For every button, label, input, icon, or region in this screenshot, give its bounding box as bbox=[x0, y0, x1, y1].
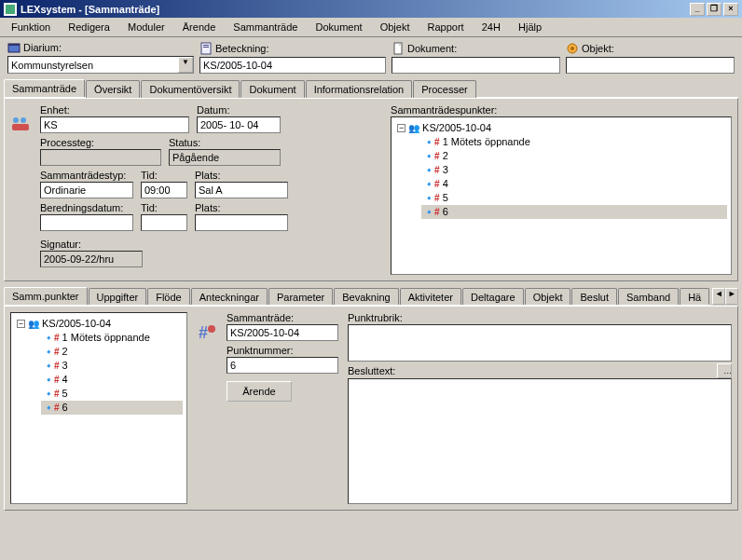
window-title: LEXsystem - [Sammanträde] bbox=[21, 4, 690, 15]
tree-item[interactable]: 🔹#3 bbox=[41, 359, 183, 373]
menu-moduler[interactable]: Moduler bbox=[120, 20, 172, 34]
enhet-input[interactable] bbox=[40, 116, 189, 133]
punktnummer-input[interactable] bbox=[227, 357, 338, 374]
signatur-input bbox=[40, 251, 143, 267]
hash-icon: 🔹# bbox=[43, 331, 60, 345]
tree-item[interactable]: 🔹#2 bbox=[41, 345, 183, 359]
arende-button[interactable]: Ärende bbox=[227, 381, 292, 402]
tid2-input[interactable] bbox=[141, 214, 187, 231]
beredningsdatum-label: Beredningsdatum: bbox=[40, 202, 133, 213]
hash-icon: 🔹# bbox=[423, 191, 440, 205]
punktrubrik-input[interactable] bbox=[348, 324, 732, 362]
tab-sammantrade[interactable]: Sammanträde bbox=[4, 79, 85, 97]
tab-objekt2[interactable]: Objekt bbox=[525, 288, 571, 306]
diarium-combo[interactable]: ▼ bbox=[7, 56, 194, 74]
tree-collapse-icon[interactable]: − bbox=[397, 124, 405, 132]
tree-item[interactable]: 🔹#5 bbox=[421, 191, 727, 205]
datum-label: Datum: bbox=[197, 104, 281, 116]
beredningsdatum-input[interactable] bbox=[40, 214, 133, 231]
tab-handelser[interactable]: Hä bbox=[680, 288, 709, 306]
status-input bbox=[169, 149, 281, 166]
tab-scroll-left[interactable]: ◄ bbox=[712, 288, 725, 305]
tab-dokument[interactable]: Dokument bbox=[240, 80, 304, 98]
objekt-input[interactable] bbox=[566, 57, 735, 74]
plats2-label: Plats: bbox=[195, 202, 288, 213]
besluttext-input[interactable] bbox=[348, 378, 732, 504]
dokument-label: Dokument: bbox=[407, 43, 457, 54]
plats2-input[interactable] bbox=[195, 214, 288, 231]
menu-sammantrade[interactable]: Sammanträde bbox=[226, 20, 305, 34]
menu-arende[interactable]: Ärende bbox=[175, 20, 223, 34]
menu-redigera[interactable]: Redigera bbox=[61, 20, 117, 34]
sammantradestyp-input[interactable] bbox=[40, 182, 133, 198]
tree-item[interactable]: 🔹#5 bbox=[41, 387, 183, 401]
dokument-input[interactable] bbox=[392, 57, 560, 74]
tree-item[interactable]: 🔹#4 bbox=[421, 177, 727, 191]
svg-rect-1 bbox=[6, 5, 15, 14]
menu-objekt[interactable]: Objekt bbox=[373, 20, 418, 34]
hash-icon: 🔹# bbox=[43, 345, 60, 359]
svg-point-10 bbox=[13, 117, 19, 123]
detail-tree-root[interactable]: − 👥 KS/2005-10-04 bbox=[15, 317, 183, 331]
tree-item-selected[interactable]: 🔹#6 bbox=[421, 205, 727, 219]
tab-dokumentoversikt[interactable]: Dokumentöversikt bbox=[141, 80, 240, 98]
beteckning-input[interactable] bbox=[199, 57, 386, 74]
tab-oversikt[interactable]: Översikt bbox=[86, 80, 140, 98]
tree-item[interactable]: 🔹#1 Mötets öppnande bbox=[421, 135, 727, 149]
tab-parameter[interactable]: Parameter bbox=[268, 288, 333, 306]
processteg-input bbox=[40, 149, 161, 166]
tree-item[interactable]: 🔹#4 bbox=[41, 373, 183, 387]
enhet-label: Enhet: bbox=[40, 104, 189, 116]
svg-rect-6 bbox=[203, 47, 209, 48]
tab-aktiviteter[interactable]: Aktiviteter bbox=[400, 288, 461, 306]
hash-icon: 🔹# bbox=[423, 135, 440, 149]
besluttext-label: Besluttext: bbox=[348, 365, 717, 376]
punkter-tree[interactable]: − 👥 KS/2005-10-04 🔹#1 Mötets öppnande 🔹#… bbox=[391, 116, 732, 275]
hash-icon: 🔹# bbox=[43, 401, 60, 415]
tab-processer[interactable]: Processer bbox=[413, 80, 476, 98]
svg-rect-3 bbox=[8, 44, 20, 46]
tab-uppgifter[interactable]: Uppgifter bbox=[89, 288, 147, 306]
sammantrade-input[interactable] bbox=[227, 324, 338, 341]
menu-rapport[interactable]: Rapport bbox=[420, 20, 472, 34]
tab-sammpunkter[interactable]: Samm.punkter bbox=[4, 287, 88, 305]
tab-flode[interactable]: Flöde bbox=[147, 288, 190, 306]
diarium-input[interactable] bbox=[8, 57, 178, 73]
tab-informationsrelation[interactable]: Informationsrelation bbox=[306, 80, 413, 98]
tree-item[interactable]: 🔹#1 Mötets öppnande bbox=[41, 331, 183, 345]
menu-dokument[interactable]: Dokument bbox=[308, 20, 369, 34]
tab-beslut[interactable]: Beslut bbox=[571, 288, 617, 306]
plats-label: Plats: bbox=[195, 170, 288, 181]
tree-item[interactable]: 🔹#2 bbox=[421, 149, 727, 163]
menu-hjalp[interactable]: Hjälp bbox=[511, 20, 549, 34]
diarium-icon bbox=[7, 41, 21, 54]
tree-item[interactable]: 🔹#3 bbox=[421, 163, 727, 177]
top-tabs: Sammanträde Översikt Dokumentöversikt Do… bbox=[4, 79, 738, 98]
punktrubrik-label: Punktrubrik: bbox=[348, 312, 732, 323]
besluttext-expand-button[interactable]: … bbox=[717, 363, 732, 378]
detail-tree[interactable]: − 👥 KS/2005-10-04 🔹#1 Mötets öppnande 🔹#… bbox=[10, 312, 187, 504]
datum-input[interactable] bbox=[197, 116, 281, 133]
status-label: Status: bbox=[169, 137, 281, 148]
tid-input[interactable] bbox=[141, 182, 187, 198]
diarium-dropdown-icon[interactable]: ▼ bbox=[178, 57, 193, 73]
tab-bevakning[interactable]: Bevakning bbox=[334, 288, 398, 306]
tab-deltagare[interactable]: Deltagare bbox=[462, 288, 524, 306]
tree-root[interactable]: − 👥 KS/2005-10-04 bbox=[395, 121, 727, 135]
restore-button[interactable]: ❐ bbox=[707, 3, 721, 16]
svg-rect-5 bbox=[203, 45, 209, 46]
svg-rect-4 bbox=[201, 43, 211, 54]
svg-text:#: # bbox=[199, 323, 208, 342]
tab-scroll-right[interactable]: ► bbox=[725, 288, 738, 305]
tree-collapse-icon[interactable]: − bbox=[17, 320, 25, 328]
menu-funktion[interactable]: Funktion bbox=[4, 20, 58, 34]
tid2-label: Tid: bbox=[141, 202, 187, 213]
tab-samband[interactable]: Samband bbox=[618, 288, 679, 306]
svg-point-9 bbox=[570, 47, 574, 50]
close-button[interactable]: × bbox=[723, 3, 738, 16]
minimize-button[interactable]: _ bbox=[690, 3, 705, 16]
tree-item-selected[interactable]: 🔹#6 bbox=[41, 401, 183, 415]
plats-input[interactable] bbox=[195, 182, 288, 198]
menu-24h[interactable]: 24H bbox=[474, 20, 508, 34]
tab-anteckningar[interactable]: Anteckningar bbox=[191, 288, 268, 306]
